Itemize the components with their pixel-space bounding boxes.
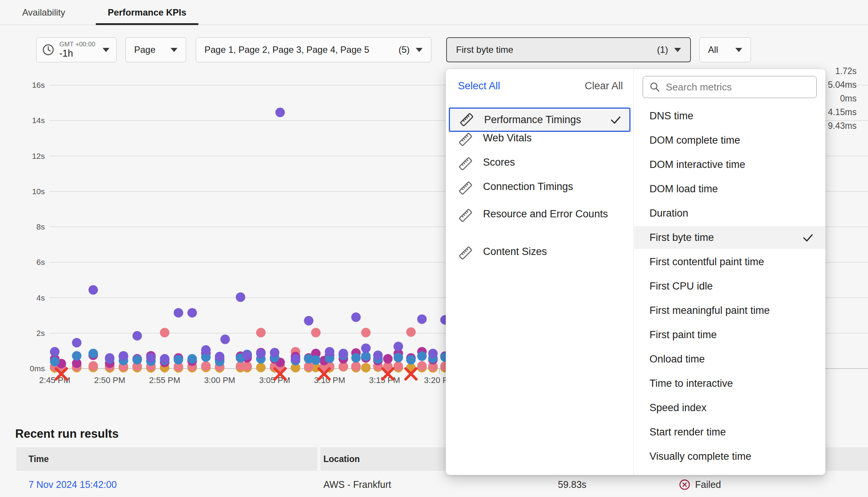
metric-selector-popover: Select All Clear All Performance Timings… [446,69,825,475]
recent-run-results-title: Recent run results [15,427,119,441]
metric-item-duration[interactable]: Duration [634,202,825,225]
pages-filter-count: (5) [399,44,410,55]
metric-item-onload-time[interactable]: Onload time [634,348,825,370]
chevron-down-icon [103,48,109,52]
metric-item-first-cpu-idle[interactable]: First CPU idle [634,275,825,298]
pages-filter-value: Page 1, Page 2, Page 3, Page 4, Page 5 [204,44,393,55]
scope-filter-value: All [708,44,718,55]
failed-icon [679,479,691,491]
search-input[interactable] [661,81,811,93]
metric-item-visually-complete-time[interactable]: Visually complete time [634,445,825,468]
metric-item-first-paint-time[interactable]: First paint time [634,323,825,346]
metric-label: First meaningful paint time [649,305,814,317]
ruler-icon [458,132,473,147]
metric-category-pane: Select All Clear All Performance Timings… [446,69,634,475]
svg-text:2:50 PM: 2:50 PM [94,375,125,385]
pages-filter-dropdown[interactable]: Page 1, Page 2, Page 3, Page 4, Page 5 (… [196,37,431,62]
svg-text:2s: 2s [36,329,45,337]
metric-item-start-render-time[interactable]: Start render time [634,421,825,443]
category-label: Content Sizes [473,245,623,258]
category-label: Resource and Error Counts [473,208,623,220]
metric-label: Duration [649,207,814,219]
run-duration-cell: 59.83s [558,472,586,497]
metric-filter-value: First byte time [456,44,651,55]
svg-text:16s: 16s [32,81,45,89]
metric-item-dns-time[interactable]: DNS time [634,104,825,127]
category-item-web-vitals[interactable]: Web Vitals [449,132,630,156]
metric-label: Time to interactive [649,378,814,389]
latest-value: 9.43ms [828,119,857,133]
latest-value: 1.72s [828,64,857,78]
category-item-performance-timings[interactable]: Performance Timings [449,108,630,132]
scope-filter-dropdown[interactable]: All [699,37,751,62]
chevron-down-icon [674,48,681,52]
svg-text:10s: 10s [32,187,45,196]
table-header-time[interactable]: Time [16,447,317,471]
tab-availability[interactable]: Availability [17,0,71,25]
clock-icon [42,43,55,56]
clear-all-link[interactable]: Clear All [584,80,623,92]
ruler-icon [458,245,473,261]
latest-value-labels: 1.72s5.04ms0ms4.15ms9.43ms [828,64,857,133]
category-item-scores[interactable]: Scores [449,156,630,180]
svg-text:3:00 PM: 3:00 PM [204,375,235,385]
metric-item-speed-index[interactable]: Speed index [634,396,825,419]
chevron-down-icon [416,48,423,52]
run-time-link[interactable]: 7 Nov 2024 15:42:00 [29,472,117,497]
metric-label: Speed index [649,402,814,414]
svg-text:8s: 8s [36,222,45,231]
ruler-icon [458,156,473,171]
svg-text:6s: 6s [36,258,45,266]
svg-text:0ms: 0ms [30,364,45,373]
run-location-cell: AWS - Frankfurt [323,472,391,497]
metric-label: Visually complete time [649,451,814,462]
metric-label: First paint time [649,329,814,341]
column-header-time: Time [16,454,49,464]
metric-item-first-byte-time[interactable]: First byte time [634,226,825,249]
chevron-down-icon [171,48,177,52]
metric-label: First contentful paint time [649,256,814,268]
category-item-connection-timings[interactable]: Connection Timings [449,180,630,205]
ruler-icon [459,112,474,127]
metric-label: First byte time [649,232,802,244]
svg-text:12s: 12s [32,152,45,160]
select-all-link[interactable]: Select All [458,80,500,92]
category-pane-header: Select All Clear All [458,79,623,93]
category-label: Scores [473,156,623,169]
metric-item-dom-complete-time[interactable]: DOM complete time [634,129,825,152]
metric-item-first-meaningful-paint-time[interactable]: First meaningful paint time [634,299,825,322]
category-item-resource-and-error-counts[interactable]: Resource and Error Counts [449,205,630,241]
search-icon [649,81,661,93]
time-range-value: -1h [59,48,98,59]
check-icon [610,114,622,126]
category-label: Web Vitals [473,132,623,144]
metric-filter-dropdown[interactable]: First byte time (1) [446,37,691,62]
metric-label: Start render time [649,426,814,438]
latest-value: 0ms [828,92,857,105]
metric-item-dom-load-time[interactable]: DOM load time [634,177,825,200]
metric-label: Onload time [649,353,814,365]
category-item-content-sizes[interactable]: Content Sizes [449,245,630,270]
svg-text:14s: 14s [32,116,45,125]
timezone-label: GMT +00:00 [59,41,98,48]
time-range-picker[interactable]: GMT +00:00 -1h [36,37,117,62]
metric-item-dom-interactive-time[interactable]: DOM interactive time [634,153,825,176]
metric-filter-count: (1) [657,44,668,55]
status-badge: Failed [695,479,721,490]
metric-item-first-contentful-paint-time[interactable]: First contentful paint time [634,250,825,273]
ruler-icon [458,180,473,196]
tab-performance-kpis[interactable]: Performance KPIs [96,0,198,25]
tab-bar: Availability Performance KPIs [0,0,868,25]
metric-label: DOM complete time [649,135,814,146]
metric-label: DOM interactive time [649,159,814,171]
performance-kpis-page: 16s14s12s10s8s6s4s2s0ms2:45 PM2:50 PM2:5… [0,0,868,497]
chevron-down-icon [735,48,742,52]
page-type-dropdown[interactable]: Page [125,37,186,62]
metric-search-box [643,76,817,98]
column-header-location: Location [320,454,360,464]
metric-label: DOM load time [649,183,814,195]
metric-item-time-to-interactive[interactable]: Time to interactive [634,372,825,395]
svg-text:2:55 PM: 2:55 PM [149,375,180,385]
latest-value: 4.15ms [828,105,857,119]
ruler-icon [458,208,473,223]
